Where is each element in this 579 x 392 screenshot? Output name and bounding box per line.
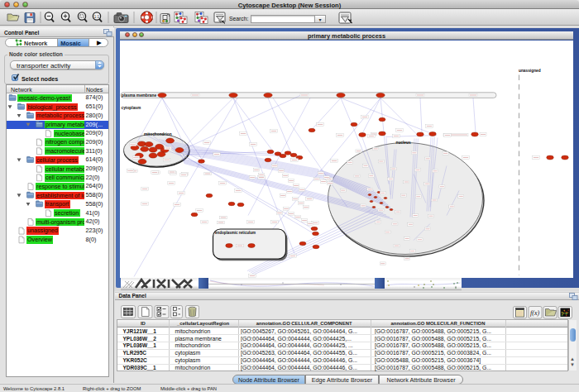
svg-text:f(x): f(x)	[530, 309, 539, 317]
